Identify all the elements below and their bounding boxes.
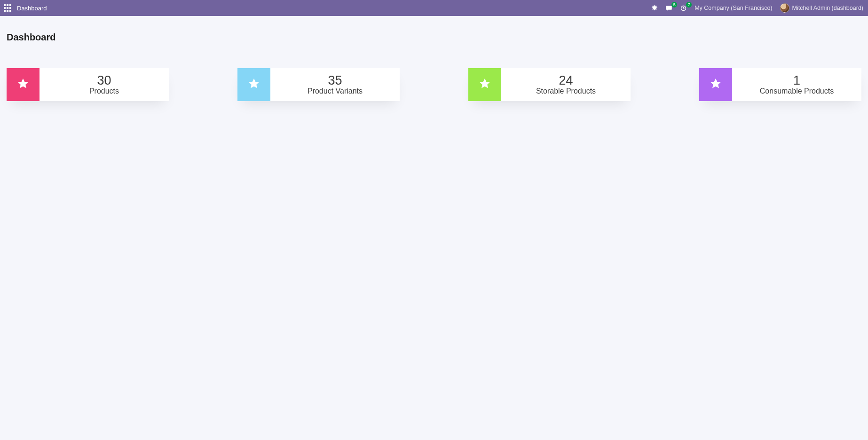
stat-card-body: 35 Product Variants bbox=[270, 68, 400, 101]
stat-card-storable-products[interactable]: 24 Storable Products bbox=[468, 68, 631, 101]
stat-label: Product Variants bbox=[308, 87, 363, 95]
star-icon bbox=[709, 77, 722, 92]
navbar-app-title[interactable]: Dashboard bbox=[17, 5, 47, 12]
debug-icon[interactable] bbox=[651, 5, 658, 11]
stat-label: Products bbox=[89, 87, 119, 95]
stat-card-body: 24 Storable Products bbox=[501, 68, 631, 101]
star-icon bbox=[16, 77, 30, 92]
user-name: Mitchell Admin (dashboard) bbox=[792, 5, 863, 11]
stat-card-accent bbox=[7, 68, 39, 101]
stat-card-product-variants[interactable]: 35 Product Variants bbox=[237, 68, 400, 101]
stat-card-products[interactable]: 30 Products bbox=[7, 68, 169, 101]
stat-label: Storable Products bbox=[536, 87, 596, 95]
user-menu[interactable]: Mitchell Admin (dashboard) bbox=[780, 3, 863, 13]
apps-menu-icon[interactable] bbox=[4, 4, 11, 12]
stat-card-body: 1 Consumable Products bbox=[732, 68, 861, 101]
stat-card-accent bbox=[699, 68, 732, 101]
star-icon bbox=[478, 77, 491, 92]
stat-value: 24 bbox=[559, 74, 573, 87]
main-content: Dashboard 30 Products 35 Product Variant bbox=[0, 16, 868, 101]
activities-icon[interactable]: 7 bbox=[680, 5, 687, 12]
star-icon bbox=[247, 77, 260, 92]
stat-card-accent bbox=[237, 68, 270, 101]
stat-value: 1 bbox=[793, 74, 800, 87]
stat-value: 30 bbox=[97, 74, 111, 87]
page-title: Dashboard bbox=[0, 16, 868, 43]
stat-card-accent bbox=[468, 68, 501, 101]
stat-value: 35 bbox=[328, 74, 342, 87]
messages-icon[interactable]: 5 bbox=[665, 5, 672, 12]
stat-label: Consumable Products bbox=[760, 87, 834, 95]
stat-cards-row: 30 Products 35 Product Variants bbox=[0, 43, 868, 101]
stat-card-consumable-products[interactable]: 1 Consumable Products bbox=[699, 68, 861, 101]
top-navbar: Dashboard 5 7 My Company (San Francisco)… bbox=[0, 0, 868, 16]
company-switcher[interactable]: My Company (San Francisco) bbox=[694, 5, 772, 11]
avatar bbox=[780, 3, 789, 13]
activities-badge: 7 bbox=[686, 2, 692, 8]
stat-card-body: 30 Products bbox=[39, 68, 169, 101]
messages-badge: 5 bbox=[671, 2, 677, 8]
